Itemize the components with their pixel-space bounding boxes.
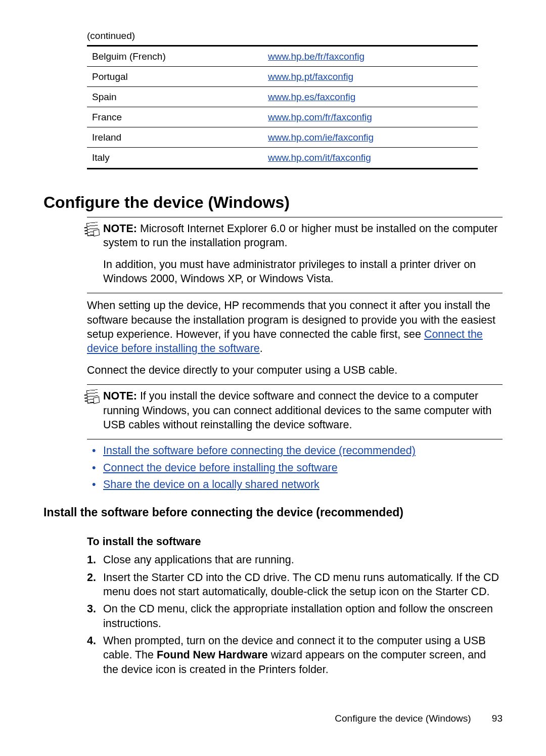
- page-footer: Configure the device (Windows) 93: [335, 712, 503, 725]
- faxconfig-link[interactable]: www.hp.com/ie/faxconfig: [268, 132, 374, 143]
- table-row: Spainwww.hp.es/faxconfig: [87, 87, 478, 107]
- faxconfig-link[interactable]: www.hp.es/faxconfig: [268, 92, 355, 102]
- note-block-additional-devices: NOTE: If you install the device software…: [87, 389, 503, 432]
- list-item: Install the software before connecting t…: [92, 443, 503, 458]
- note-label: NOTE:: [103, 390, 137, 402]
- table-row: Irelandwww.hp.com/ie/faxconfig: [87, 127, 478, 148]
- note-label: NOTE:: [103, 223, 137, 235]
- topic-link[interactable]: Share the device on a locally shared net…: [103, 478, 320, 491]
- country-cell: France: [87, 107, 263, 127]
- faxconfig-link[interactable]: www.hp.pt/faxconfig: [268, 71, 353, 82]
- note1-p2: In addition, you must have administrator…: [103, 257, 503, 286]
- body-paragraph-usb: Connect the device directly to your comp…: [87, 363, 503, 377]
- faxconfig-link[interactable]: www.hp.com/it/faxconfig: [268, 152, 371, 163]
- heading-to-install: To install the software: [87, 535, 503, 549]
- install-steps-list: Close any applications that are running.…: [87, 553, 503, 677]
- note2-p1: If you install the device software and c…: [103, 390, 491, 431]
- url-cell: www.hp.com/it/faxconfig: [263, 148, 478, 168]
- country-cell: Spain: [87, 87, 263, 107]
- faxconfig-url-table: Belguim (French)www.hp.be/fr/faxconfigPo…: [87, 45, 478, 169]
- country-cell: Ireland: [87, 127, 263, 148]
- table-row: Italywww.hp.com/it/faxconfig: [87, 148, 478, 168]
- list-item: Share the device on a locally shared net…: [92, 477, 503, 492]
- topic-links-list: Install the software before connecting t…: [92, 443, 503, 492]
- url-cell: www.hp.be/fr/faxconfig: [263, 46, 478, 67]
- table-continued-label: (continued): [87, 29, 503, 42]
- rule: [87, 384, 503, 385]
- url-cell: www.hp.es/faxconfig: [263, 87, 478, 107]
- step-item: When prompted, turn on the device and co…: [87, 634, 503, 677]
- country-cell: Portugal: [87, 67, 263, 87]
- step-item: Close any applications that are running.: [87, 553, 503, 567]
- topic-link[interactable]: Connect the device before installing the…: [103, 462, 338, 474]
- rule: [87, 439, 503, 439]
- rule: [87, 293, 503, 293]
- body-paragraph-setup: When setting up the device, HP recommend…: [87, 298, 503, 356]
- note1-p1: Microsoft Internet Explorer 6.0 or highe…: [103, 223, 497, 249]
- url-cell: www.hp.com/ie/faxconfig: [263, 127, 478, 148]
- topic-link[interactable]: Install the software before connecting t…: [103, 444, 416, 457]
- note-icon: [86, 389, 99, 404]
- rule: [87, 217, 503, 217]
- faxconfig-link[interactable]: www.hp.com/fr/faxconfig: [268, 112, 372, 122]
- footer-page-number: 93: [492, 713, 503, 724]
- footer-section-title: Configure the device (Windows): [335, 713, 471, 724]
- heading-install-before-connect: Install the software before connecting t…: [43, 505, 503, 520]
- country-cell: Belguim (French): [87, 46, 263, 67]
- faxconfig-link[interactable]: www.hp.be/fr/faxconfig: [268, 51, 365, 62]
- step-item: Insert the Starter CD into the CD drive.…: [87, 570, 503, 599]
- step-item: On the CD menu, click the appropriate in…: [87, 602, 503, 631]
- country-cell: Italy: [87, 148, 263, 168]
- heading-configure-device: Configure the device (Windows): [43, 192, 503, 213]
- table-row: Portugalwww.hp.pt/faxconfig: [87, 67, 478, 87]
- table-row: Belguim (French)www.hp.be/fr/faxconfig: [87, 46, 478, 67]
- url-cell: www.hp.com/fr/faxconfig: [263, 107, 478, 127]
- note-icon: [86, 222, 99, 236]
- list-item: Connect the device before installing the…: [92, 461, 503, 475]
- url-cell: www.hp.pt/faxconfig: [263, 67, 478, 87]
- table-row: Francewww.hp.com/fr/faxconfig: [87, 107, 478, 127]
- note-block-requirements: NOTE: Microsoft Internet Explorer 6.0 or…: [87, 221, 503, 286]
